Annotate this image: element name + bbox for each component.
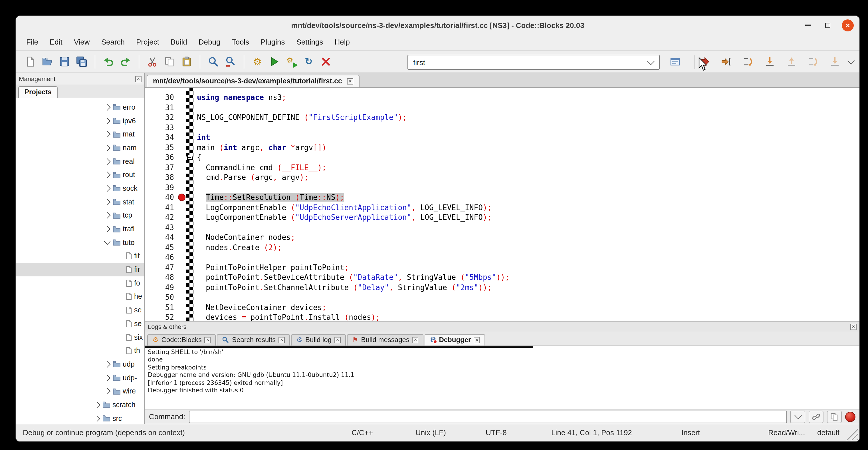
copy-log-button[interactable] (827, 410, 842, 423)
code-line-34[interactable]: 34int (145, 132, 860, 143)
tree-item-sock[interactable]: sock (16, 182, 144, 195)
tree-item-trafl[interactable]: trafl (16, 222, 144, 236)
breakpoint-margin[interactable] (178, 312, 186, 321)
close-tab-icon[interactable]: × (347, 78, 353, 84)
chevron-right-icon[interactable] (104, 185, 111, 192)
breakpoint-margin[interactable] (178, 143, 186, 152)
menu-edit[interactable]: Edit (44, 34, 68, 50)
code-line-40[interactable]: 40 Time::SetResolution (Time::NS); (145, 192, 860, 203)
log-tab-code-blocks[interactable]: ⚙Code::Blocks× (147, 334, 216, 346)
run-button[interactable] (266, 54, 283, 70)
step-out-button[interactable] (783, 54, 800, 70)
chevron-right-icon[interactable] (104, 131, 111, 138)
tree-item-he[interactable]: he (16, 290, 144, 303)
tree-item-tuto[interactable]: tuto (16, 236, 144, 249)
log-tab-debugger[interactable]: ⚙Debugger× (425, 334, 485, 346)
breakpoint-margin[interactable] (178, 242, 186, 252)
code-line-44[interactable]: 44 NodeContainer nodes; (145, 233, 860, 242)
menu-view[interactable]: View (68, 34, 96, 50)
menu-tools[interactable]: Tools (226, 34, 255, 50)
code-line-45[interactable]: 45 nodes.Create (2); (145, 242, 860, 252)
abort-build-button[interactable] (317, 54, 334, 70)
command-dropdown-button[interactable] (790, 410, 805, 423)
breakpoint-margin[interactable] (178, 222, 186, 233)
code-line-39[interactable]: 39 (145, 182, 860, 192)
code-editor[interactable]: 30using namespace ns3;3132NS_LOG_COMPONE… (145, 88, 860, 321)
tree-item-fif[interactable]: fif (16, 249, 144, 263)
chevron-right-icon[interactable] (104, 118, 111, 124)
save-button[interactable] (56, 54, 73, 70)
chevron-right-icon[interactable] (104, 226, 111, 233)
attach-file-button[interactable] (809, 410, 824, 423)
tree-item-ipv6[interactable]: ipv6 (16, 114, 144, 127)
tree-item-tcp[interactable]: tcp (16, 209, 144, 222)
undo-button[interactable] (100, 54, 117, 70)
breakpoint-margin[interactable] (178, 132, 186, 143)
close-icon[interactable]: × (412, 337, 418, 343)
find-button[interactable] (205, 54, 222, 70)
code-line-30[interactable]: 30using namespace ns3; (145, 92, 860, 102)
breakpoint-margin[interactable] (178, 272, 186, 282)
title-bar[interactable]: mnt/dev/tools/source/ns-3-dev/examples/t… (16, 16, 860, 34)
tab-projects[interactable]: Projects (18, 86, 58, 98)
stop-debugger-button[interactable] (845, 412, 856, 422)
breakpoint-margin[interactable] (178, 233, 186, 242)
breakpoint-margin[interactable] (178, 182, 186, 192)
new-file-button[interactable] (22, 54, 39, 70)
redo-button[interactable] (117, 54, 134, 70)
tree-item-rout[interactable]: rout (16, 168, 144, 182)
tree-item-mat[interactable]: mat (16, 128, 144, 141)
toolbar-overflow-button[interactable] (845, 54, 857, 70)
chevron-down-icon[interactable] (104, 238, 111, 245)
menu-debug[interactable]: Debug (193, 34, 226, 50)
breakpoint-margin[interactable] (178, 252, 186, 262)
code-line-36[interactable]: 36{ (145, 152, 860, 162)
cut-button[interactable] (144, 54, 161, 70)
log-tab-build-log[interactable]: ⚙Build log× (291, 334, 346, 346)
breakpoint-margin[interactable] (178, 262, 186, 272)
tree-item-six[interactable]: six (16, 330, 144, 344)
editor-tab-first-cc[interactable]: mnt/dev/tools/source/ns-3-dev/examples/t… (147, 75, 360, 87)
breakpoint-margin[interactable] (178, 122, 186, 132)
tree-item-erro[interactable]: erro (16, 100, 144, 114)
menu-project[interactable]: Project (130, 34, 165, 50)
tree-item-stat[interactable]: stat (16, 195, 144, 209)
next-line-button[interactable] (740, 54, 757, 70)
chevron-right-icon[interactable] (94, 402, 100, 408)
log-tab-search-results[interactable]: Search results× (217, 334, 290, 346)
menu-file[interactable]: File (21, 34, 44, 50)
build-target-select[interactable]: first (407, 55, 660, 70)
project-tree[interactable]: erroipv6matnamrealroutsockstattcptrafltu… (16, 98, 144, 424)
close-icon[interactable]: × (334, 337, 341, 343)
tree-item-se[interactable]: se (16, 317, 144, 330)
breakpoint-margin[interactable] (178, 152, 186, 162)
code-line-43[interactable]: 43 (145, 222, 860, 233)
minimize-button[interactable] (802, 19, 814, 31)
breakpoint-margin[interactable] (178, 192, 186, 203)
code-line-42[interactable]: 42 LogComponentEnable ("UdpEchoServerApp… (145, 212, 860, 222)
close-icon[interactable]: × (278, 337, 285, 343)
tree-item-udp[interactable]: udp- (16, 371, 144, 385)
fold-marker-icon[interactable] (187, 155, 192, 160)
chevron-right-icon[interactable] (104, 361, 111, 367)
maximize-button[interactable] (822, 19, 834, 31)
command-input[interactable] (189, 410, 787, 423)
code-line-32[interactable]: 32NS_LOG_COMPONENT_DEFINE ("FirstScriptE… (145, 113, 860, 122)
close-window-button[interactable]: × (842, 19, 854, 31)
breakpoint-margin[interactable] (178, 203, 186, 212)
chevron-right-icon[interactable] (104, 104, 111, 111)
chevron-right-icon[interactable] (104, 172, 111, 178)
chevron-right-icon[interactable] (94, 415, 100, 422)
menu-help[interactable]: Help (329, 34, 355, 50)
chevron-right-icon[interactable] (104, 388, 111, 395)
code-line-51[interactable]: 51 NetDeviceContainer devices; (145, 302, 860, 312)
chevron-right-icon[interactable] (104, 212, 111, 219)
paste-button[interactable] (178, 54, 195, 70)
code-line-38[interactable]: 38 cmd.Parse (argc, argv); (145, 173, 860, 182)
code-line-46[interactable]: 46 (145, 252, 860, 262)
menu-search[interactable]: Search (96, 34, 130, 50)
tree-item-nam[interactable]: nam (16, 141, 144, 154)
tree-item-src[interactable]: src (16, 412, 144, 424)
code-line-52[interactable]: 52 devices = pointToPoint.Install (nodes… (145, 312, 860, 321)
close-logs-button[interactable]: × (850, 324, 857, 330)
